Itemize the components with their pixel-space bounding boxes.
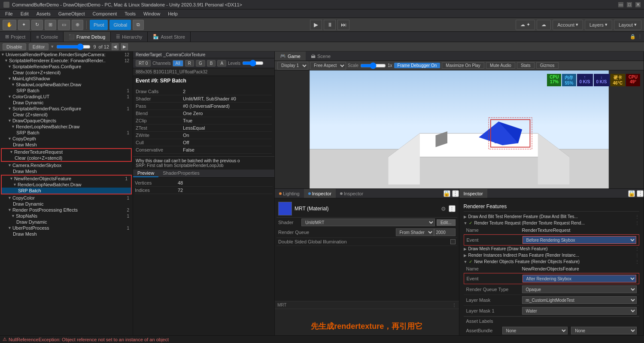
menu-tools[interactable]: Tools <box>121 11 139 17</box>
rect-tool-button[interactable]: ▭ <box>58 20 70 30</box>
move-tool-button[interactable]: ✦ <box>18 20 30 30</box>
tree-item-copycolor[interactable]: ▼ CopyColor 1 <box>0 195 133 201</box>
step-button[interactable]: ⏭ <box>337 20 349 30</box>
tree-item-drawdyn1[interactable]: Draw Dynamic <box>0 100 133 106</box>
inspector-tab-right[interactable]: Inspector <box>459 189 487 198</box>
menu-assets[interactable]: Assets <box>33 11 54 17</box>
pivot-button[interactable]: Pivot <box>90 20 108 30</box>
tree-item-newrender[interactable]: ▼ NewRenderObjectsFeature 1 <box>2 176 131 182</box>
frame-debugger-button[interactable]: Frame Debugger On <box>394 63 440 68</box>
event-field-select[interactable]: Before Rendering Skybox <box>522 236 637 244</box>
stats-button[interactable]: Stats <box>517 62 535 69</box>
assetbundle-select-2[interactable]: None <box>571 327 637 334</box>
tree-item-shadowloop[interactable]: ▼ ShadowLoopNewBatcher.Draw <box>0 82 133 88</box>
minimize-button[interactable]: — <box>618 2 623 7</box>
g-channel-button[interactable]: G <box>196 60 205 67</box>
scale-tool-button[interactable]: ⊞ <box>45 20 56 30</box>
tree-item-skybox[interactable]: ▼ Camera.RenderSkybox <box>0 162 133 168</box>
shader-properties-tab[interactable]: ShaderProperties <box>158 170 204 177</box>
scale-slider[interactable] <box>360 62 386 69</box>
menu-window[interactable]: Window <box>140 11 164 17</box>
scene-tab[interactable]: 🏔 Scene <box>306 52 336 61</box>
prev-frame-button[interactable]: ◀ <box>112 43 118 50</box>
tab-lock-button[interactable]: 🔒 <box>630 34 636 39</box>
tree-item-drawopaques[interactable]: ▼ DrawOpaqueObjects <box>0 118 133 124</box>
tab-project[interactable]: ⊞ Project <box>0 32 31 42</box>
feature-more[interactable]: ⋮ <box>635 246 639 251</box>
tree-item-uberpost[interactable]: ▼ UberPostProcess 1 <box>0 225 133 231</box>
frame-slider[interactable] <box>56 43 91 50</box>
layout-button[interactable]: Layout ▾ <box>614 20 641 30</box>
rq-type-select[interactable]: Opaque <box>522 285 637 293</box>
snap-button[interactable]: ⧉ <box>133 20 144 30</box>
right-inspector-more-button[interactable]: ⋮ <box>637 190 644 197</box>
menu-help[interactable]: Help <box>164 11 181 17</box>
tree-item-drawdyn2[interactable]: Draw Dynamic <box>0 201 133 207</box>
shader-select[interactable]: Unlit/MRT <box>301 219 435 226</box>
layer-mask1-select[interactable]: Water <box>522 307 637 315</box>
tree-item-renderloop1[interactable]: ▼ RenderLoopNewBatcher.Draw <box>0 124 133 130</box>
account-button[interactable]: Account ▾ <box>553 20 583 30</box>
inspector-more-button[interactable]: ⋮ <box>452 190 459 197</box>
b-channel-button[interactable]: B <box>207 60 216 67</box>
levels-slider[interactable] <box>242 60 264 67</box>
mute-audio-button[interactable]: Mute Audio <box>486 62 515 69</box>
tree-item-rtrequest[interactable]: ▼ RenderTextureRequest <box>2 149 131 155</box>
tree-item-srpbatch3[interactable]: SRP Batch <box>2 188 131 194</box>
tree-item-srpbatch1[interactable]: SRP Batch 1 <box>0 88 133 94</box>
play-button[interactable]: ▶ <box>310 20 322 30</box>
aspect-select[interactable]: Free Aspect <box>310 62 346 70</box>
all-channel-button[interactable]: All <box>173 60 183 67</box>
tree-item-execute[interactable]: ▼ ScriptableRenderer.Execute: ForwardRen… <box>0 58 133 64</box>
tab-hierarchy[interactable]: ☰ Hierarchy <box>111 32 148 42</box>
a-channel-button[interactable]: A <box>217 60 226 67</box>
tree-item-copydepth[interactable]: ▼ CopyDepth <box>0 136 133 142</box>
tree-item-mainlight[interactable]: ▼ MainLightShadow <box>0 76 133 82</box>
next-frame-button[interactable]: ▶ <box>121 43 128 50</box>
disable-button[interactable]: Disable <box>3 43 26 50</box>
hand-tool-button[interactable]: ✋ <box>3 20 16 30</box>
event2-field-select[interactable]: After Rendering Skybox <box>522 275 637 282</box>
menu-edit[interactable]: Edit <box>17 11 32 17</box>
render-queue-select[interactable]: From Shader <box>396 228 434 236</box>
feature-more[interactable]: ⋮ <box>635 214 639 219</box>
assetbundle-select-1[interactable]: None <box>502 327 568 334</box>
rt0-button[interactable]: RT 0 <box>136 60 151 67</box>
inspector-lock-button[interactable]: 🔒 <box>444 190 450 197</box>
tab-console[interactable]: ≡ Console <box>31 32 64 42</box>
feature-render-texture[interactable]: ▼ ✓ Render Texture Request (Render Textu… <box>464 220 640 226</box>
tree-item-drawmesh3[interactable]: Draw Mesh <box>0 231 133 237</box>
transform-tool-button[interactable]: ⊕ <box>72 20 83 30</box>
gizmos-button[interactable]: Gizmos <box>536 62 559 69</box>
tree-item-clear1[interactable]: Clear (color+Z+stencil) <box>0 70 133 76</box>
tree-item-drawdyn3[interactable]: Draw Dynamic <box>0 219 133 225</box>
shader-edit-button[interactable]: Edit... <box>437 219 456 226</box>
game-tab[interactable]: 🎮 Game <box>275 52 306 61</box>
double-sided-checkbox[interactable] <box>450 239 456 244</box>
cloud-button[interactable]: ☁ <box>537 20 551 30</box>
collab-button[interactable]: ☁ ✦ <box>516 20 535 30</box>
tree-item-colorlut[interactable]: ▼ ColorGradingLUT 1 <box>0 94 133 100</box>
layer-mask-select[interactable]: m_CustomLightModeTest <box>522 296 637 304</box>
editor-button[interactable]: Editor <box>29 43 49 50</box>
feature-more[interactable]: ⋮ <box>635 221 639 225</box>
display-select[interactable]: Display 1 <box>277 62 308 70</box>
tree-item-postfx[interactable]: ▼ Render PostProcessing Effects 2 <box>0 207 133 213</box>
feature-more[interactable]: ⋮ <box>635 259 639 264</box>
inspector-tab-2[interactable]: Inspector <box>336 189 368 198</box>
material-settings-button[interactable]: ⚙ <box>441 206 446 212</box>
tree-item-clearcz[interactable]: Clear (color+Z+stencil) <box>2 155 131 161</box>
inspector-tab-1[interactable]: Inspector <box>304 189 336 198</box>
menu-component[interactable]: Component <box>89 11 120 17</box>
pause-button[interactable]: ⏸ <box>324 20 336 30</box>
maximize-button[interactable]: Maximize On Play <box>442 62 484 69</box>
rotate-tool-button[interactable]: ↻ <box>31 20 43 30</box>
global-button[interactable]: Global <box>109 20 131 30</box>
tree-item-drawmesh2[interactable]: Draw Mesh <box>0 168 133 174</box>
tree-item-configure2[interactable]: ▼ ScriptableRenderPass.Configure 1 <box>0 106 133 112</box>
maximize-button[interactable]: □ <box>627 2 632 7</box>
feature-draw-blit[interactable]: ▶ Draw And Blit Test Renderer Feature (D… <box>464 213 640 220</box>
tree-item-drawmesh1[interactable]: Draw Mesh <box>0 142 133 148</box>
feature-draw-mesh[interactable]: ▶ Draw Mesh Feature (Draw Mesh Feature) … <box>464 246 640 252</box>
preview-tab[interactable]: Preview <box>133 170 158 177</box>
